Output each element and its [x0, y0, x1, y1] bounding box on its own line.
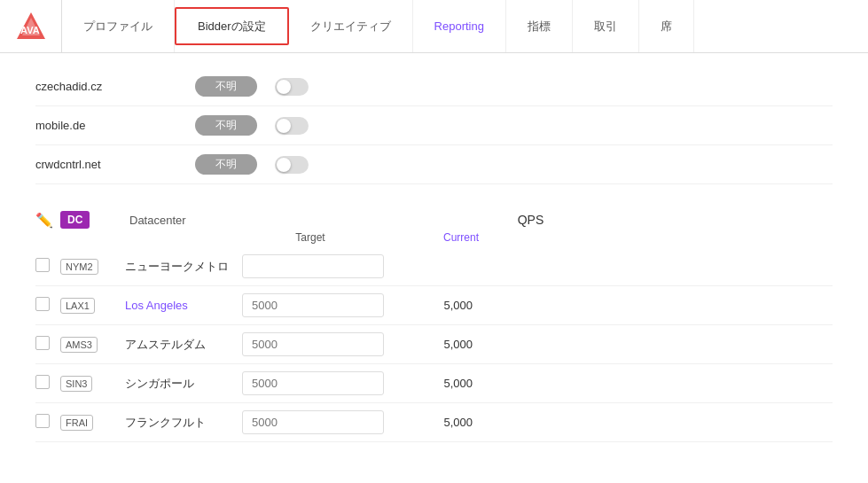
bidder-status-badge: 不明 — [195, 154, 257, 175]
main-content: czechadid.cz 不明 mobile.de 不明 crwdcntrl.n… — [0, 53, 868, 456]
bidder-name: mobile.de — [35, 119, 177, 132]
bidder-toggle[interactable] — [275, 156, 309, 174]
qps-row: LAX1 Los Angeles 5,000 — [35, 286, 833, 325]
dc-tag: AMS3 — [60, 337, 98, 353]
row-checkbox[interactable] — [35, 336, 50, 350]
col-target-header: Target — [295, 231, 325, 244]
svg-text:AVA: AVA — [20, 25, 40, 35]
tab-bidder-settings[interactable]: Bidderの設定 — [175, 7, 289, 45]
target-input[interactable] — [242, 332, 384, 356]
bidder-list: czechadid.cz 不明 mobile.de 不明 crwdcntrl.n… — [35, 67, 833, 184]
city-name-link[interactable]: Los Angeles — [125, 299, 188, 312]
qps-section: ✏️ DC Datacenter QPS Target Current — [35, 211, 833, 442]
row-checkbox[interactable] — [35, 375, 50, 389]
bidder-name: czechadid.cz — [35, 80, 177, 93]
dc-tag: NYM2 — [60, 259, 98, 275]
city-name: アムステルダム — [125, 338, 206, 351]
qps-rows: NYM2 ニューヨークメトロ LAX1 — [35, 247, 833, 442]
qps-title: QPS — [518, 213, 544, 227]
top-navigation: AVA プロファイル Bidderの設定 クリエイティブ Reporting 指… — [0, 0, 868, 53]
bidder-status-badge: 不明 — [195, 115, 257, 136]
row-checkbox[interactable] — [35, 414, 50, 428]
current-value: 5,000 — [443, 416, 473, 429]
tab-reporting[interactable]: Reporting — [413, 0, 506, 52]
logo[interactable]: AVA — [0, 0, 62, 52]
dc-tag: LAX1 — [60, 298, 95, 314]
tab-metrics[interactable]: 指標 — [506, 0, 573, 52]
tab-seat[interactable]: 席 — [639, 0, 694, 52]
city-name: シンガポール — [125, 377, 194, 390]
qps-row: NYM2 ニューヨークメトロ — [35, 247, 833, 286]
dc-tag: FRAI — [60, 415, 93, 431]
bidder-name: crwdcntrl.net — [35, 158, 177, 171]
current-value: 5,000 — [443, 299, 473, 312]
target-input[interactable] — [242, 293, 384, 317]
city-name: フランクフルト — [125, 416, 206, 429]
datacenter-header-label: Datacenter — [122, 214, 229, 227]
row-checkbox[interactable] — [35, 297, 50, 311]
dc-tag: SIN3 — [60, 376, 92, 392]
qps-row: FRAI フランクフルト 5,000 — [35, 403, 833, 442]
tab-profile[interactable]: プロファイル — [62, 0, 175, 52]
city-name: ニューヨークメトロ — [125, 260, 229, 273]
bidder-row: mobile.de 不明 — [35, 106, 833, 145]
qps-row: SIN3 シンガポール 5,000 — [35, 364, 833, 403]
row-checkbox[interactable] — [35, 258, 50, 272]
col-current-header: Current — [443, 231, 479, 244]
dc-header-badge-space: DC — [60, 211, 122, 229]
bidder-row: czechadid.cz 不明 — [35, 67, 833, 106]
target-input[interactable] — [242, 254, 384, 278]
bidder-toggle[interactable] — [275, 78, 309, 96]
tab-trading[interactable]: 取引 — [573, 0, 639, 52]
edit-icon[interactable]: ✏️ — [35, 212, 53, 229]
qps-row: AMS3 アムステルダム 5,000 — [35, 325, 833, 364]
target-input[interactable] — [242, 410, 384, 434]
dc-header-badge: DC — [60, 211, 90, 229]
current-value: 5,000 — [443, 377, 473, 390]
target-input[interactable] — [242, 371, 384, 395]
bidder-status-badge: 不明 — [195, 76, 257, 97]
bidder-row: crwdcntrl.net 不明 — [35, 145, 833, 184]
current-value: 5,000 — [443, 338, 473, 351]
tab-creative[interactable]: クリエイティブ — [289, 0, 413, 52]
bidder-toggle[interactable] — [275, 117, 309, 135]
